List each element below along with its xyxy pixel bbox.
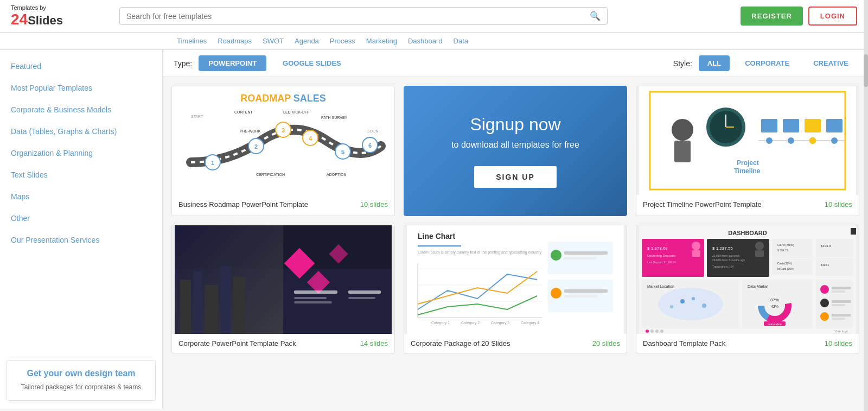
svg-text:29.61% from 3 months ago: 29.61% from 3 months ago: [712, 258, 745, 262]
signup-button[interactable]: SIGN UP: [474, 166, 557, 188]
svg-text:Transactions: 134: Transactions: 134: [712, 265, 734, 268]
svg-text:Category 3: Category 3: [491, 321, 509, 325]
svg-text:Market Location: Market Location: [647, 284, 674, 288]
card-footer-roadmap: Business Roadmap PowerPoint Template 10 …: [172, 195, 394, 214]
sidebar: Featured Most Popular Templates Corporat…: [0, 50, 163, 409]
svg-rect-124: [832, 300, 851, 303]
card-footer-timeline: Project Timeline PowerPoint Template 10 …: [636, 195, 859, 214]
svg-point-129: [646, 330, 649, 333]
style-corporate-button[interactable]: CORPORATE: [736, 55, 798, 71]
svg-text:Your logo: Your logo: [834, 330, 848, 333]
card-image-dashboard: DASHBOARD $ 1,373.68 Upcoming Deposits L…: [636, 225, 859, 334]
svg-rect-37: [805, 119, 821, 132]
sidebar-item-other[interactable]: Other: [0, 207, 162, 229]
subnav-item-timelines[interactable]: Timelines: [174, 36, 210, 46]
svg-rect-48: [233, 277, 245, 334]
sidebar-item-data[interactable]: Data (Tables, Graphs & Charts): [0, 121, 162, 142]
svg-text:Lorem Ipsum is simply dummy te: Lorem Ipsum is simply dummy text of the …: [418, 250, 541, 255]
svg-point-130: [650, 330, 654, 333]
svg-point-31: [766, 137, 773, 144]
template-card-linechart[interactable]: Line Chart Lorem Ipsum is simply dummy t…: [404, 225, 627, 353]
subnav-item-agenda[interactable]: Agenda: [291, 36, 322, 46]
subnav: Timelines Roadmaps SWOT Agenda Process M…: [0, 33, 868, 50]
filter-type: Type: POWERPOINT GOOGLE SLIDES: [174, 55, 351, 71]
svg-text:$193.0: $193.0: [821, 244, 831, 248]
svg-rect-53: [294, 297, 327, 299]
template-grid: ROADMAP SALES 1 2 3: [163, 77, 868, 362]
subnav-item-data[interactable]: Data: [450, 36, 471, 46]
svg-text:Category 4: Category 4: [521, 321, 539, 325]
register-button[interactable]: REGISTER: [741, 7, 802, 26]
svg-rect-38: [826, 119, 843, 132]
card-slides-roadmap: 10 slides: [360, 200, 388, 208]
type-google-button[interactable]: GOOGLE SLIDES: [273, 55, 351, 71]
svg-text:Category 1: Category 1: [431, 321, 450, 325]
template-card-dashboard[interactable]: DASHBOARD $ 1,373.68 Upcoming Deposits L…: [636, 225, 859, 353]
svg-text:ADOPTION: ADOPTION: [327, 173, 347, 176]
svg-text:$ 1,373.68: $ 1,373.68: [647, 246, 668, 251]
card-slides-corporate: 14 slides: [360, 339, 388, 347]
sidebar-item-org[interactable]: Organization & Planning: [0, 142, 162, 164]
sidebar-item-popular[interactable]: Most Popular Templates: [0, 77, 162, 99]
type-label: Type:: [174, 59, 192, 68]
scrollbar[interactable]: [864, 0, 868, 411]
sidebar-promo-text: Tailored packages for corporates & teams: [15, 383, 147, 392]
sidebar-promo-title: Get your own design team: [15, 369, 147, 378]
svg-text:2: 2: [254, 143, 258, 150]
svg-text:42%: 42%: [771, 305, 778, 308]
svg-text:Category 2: Category 2: [461, 321, 480, 325]
svg-rect-125: [832, 304, 845, 306]
logo-slides: Slides: [28, 14, 63, 27]
subnav-item-dashboard[interactable]: Dashboard: [405, 36, 446, 46]
svg-text:$ 1,237.55: $ 1,237.55: [712, 246, 733, 251]
header-buttons: REGISTER LOGIN: [741, 7, 857, 26]
template-card-timeline[interactable]: Project Timeline Project Timeline PowerP…: [636, 86, 859, 216]
sidebar-item-corporate[interactable]: Corporate & Business Models: [0, 99, 162, 121]
template-card-corporate[interactable]: Corporate PowerPoint Template Pack 14 sl…: [171, 225, 395, 353]
svg-text:4: 4: [309, 135, 312, 142]
svg-text:SOON: SOON: [367, 129, 379, 133]
sidebar-item-text[interactable]: Text Slides: [0, 164, 162, 186]
svg-rect-54: [294, 301, 332, 303]
svg-text:Line Chart: Line Chart: [418, 232, 456, 241]
login-button[interactable]: LOGIN: [808, 7, 857, 26]
template-card-roadmap[interactable]: ROADMAP SALES 1 2 3: [171, 86, 395, 216]
sidebar-item-services[interactable]: Our Presentation Services: [0, 229, 162, 251]
svg-point-62: [551, 250, 561, 261]
search-button[interactable]: 🔍: [590, 11, 601, 21]
svg-point-108: [692, 297, 695, 300]
svg-point-107: [680, 299, 685, 303]
svg-point-24: [672, 119, 693, 141]
svg-point-132: [660, 330, 663, 333]
card-slides-linechart: 20 slides: [592, 339, 620, 347]
svg-text:PRE-WORK: PRE-WORK: [240, 129, 261, 133]
subnav-item-roadmaps[interactable]: Roadmaps: [214, 36, 255, 46]
svg-text:Upcoming Deposits: Upcoming Deposits: [647, 254, 675, 257]
style-all-button[interactable]: ALL: [699, 55, 730, 71]
svg-text:DASHBOARD: DASHBOARD: [728, 230, 767, 236]
roadmap-preview: ROADMAP SALES 1 2 3: [172, 86, 394, 195]
template-card-signup[interactable]: Signup now to download all templates for…: [404, 86, 627, 216]
svg-text:ROADMAP
                 SALES: ROADMAP SALES: [240, 93, 326, 104]
svg-rect-25: [674, 141, 691, 162]
search-input[interactable]: [126, 12, 590, 21]
subnav-item-swot[interactable]: SWOT: [259, 36, 287, 46]
style-creative-button[interactable]: CREATIVE: [805, 55, 857, 71]
svg-text:5: 5: [341, 149, 344, 155]
card-image-linechart: Line Chart Lorem Ipsum is simply dummy t…: [404, 225, 627, 334]
svg-text:Timeline: Timeline: [734, 167, 761, 175]
card-image-corporate: [172, 225, 394, 334]
svg-text:Card (40%): Card (40%): [777, 243, 794, 246]
svg-rect-46: [205, 285, 218, 334]
svg-text:Last Deposit: $1,596.34: Last Deposit: $1,596.34: [647, 261, 676, 264]
sidebar-item-maps[interactable]: Maps: [0, 186, 162, 207]
svg-rect-55: [348, 290, 381, 294]
sidebar-item-featured[interactable]: Featured: [0, 55, 162, 77]
subnav-item-marketing[interactable]: Marketing: [363, 36, 400, 46]
type-powerpoint-button[interactable]: POWERPOINT: [199, 55, 266, 71]
subnav-item-process[interactable]: Process: [327, 36, 359, 46]
card-title-timeline: Project Timeline PowerPoint Template: [643, 200, 762, 208]
logo-by-text: Templates by: [11, 4, 63, 11]
signup-card[interactable]: Signup now to download all templates for…: [404, 86, 627, 216]
filter-style: Style: ALL CORPORATE CREATIVE: [673, 55, 857, 71]
